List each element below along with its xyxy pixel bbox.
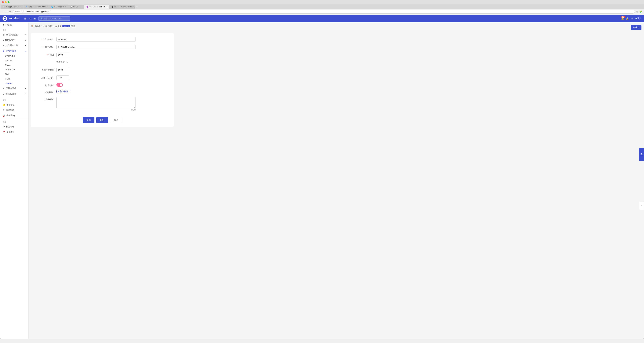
bookmark-icon[interactable]: ☆: [636, 10, 638, 13]
cancel-button[interactable]: 取消: [110, 117, 122, 123]
sidebar-sub-dynamictp[interactable]: DynamicTp: [0, 53, 28, 58]
advanced-settings-label: 高级设置: [56, 61, 65, 64]
breadcrumb-dashboard[interactable]: 仪表盘: [34, 25, 40, 27]
form-label-advanced: [38, 60, 56, 61]
form-input-name: [56, 45, 136, 49]
info-icon-name[interactable]: ℹ: [54, 46, 54, 48]
confirm-button[interactable]: 确定: [96, 117, 108, 123]
sidebar-item-db-monitor[interactable]: ≡ 数据库监控 ▾: [0, 37, 28, 43]
tab-outlook[interactable]: 📧 邮件 - gong tom - Outlook ✕: [24, 4, 49, 9]
address-input[interactable]: [13, 10, 635, 14]
sidebar-item-help-center[interactable]: ❓ 帮助中心: [0, 129, 28, 135]
sidebar-label-app-monitor: 应用服务监控: [6, 33, 18, 36]
add-tag-button[interactable]: + 新增标签: [56, 90, 70, 93]
tab-shenyu[interactable]: 🟣 ShenYu - HertzBeat ✕: [84, 5, 109, 9]
advanced-settings-toggle[interactable]: 高级设置 ⚙: [56, 60, 68, 64]
sidebar-sub-tomcat[interactable]: Tomcat: [0, 58, 28, 63]
notification-badge: 99+: [621, 16, 626, 18]
sidebar-sub-nacos[interactable]: Nacos: [0, 63, 28, 67]
forward-button[interactable]: ›: [5, 10, 7, 13]
browser-tabs: 📰 Blog | HertzBeat ✕ 📧 邮件 - gong tom - O…: [0, 4, 644, 9]
sidebar-item-os-monitor[interactable]: ⊡ 操作系统监控 ▾: [0, 43, 28, 48]
github-icon[interactable]: ⊙: [29, 17, 31, 20]
action-buttons: 测试 确定 取消: [38, 115, 167, 123]
toggle-knob: [60, 83, 62, 86]
form-label-host: * * 监控Host ℹ: [38, 37, 56, 41]
form-input-test-connection: [56, 83, 136, 87]
sidebar-item-custom-monitor[interactable]: ⊙ 自定义监控 ▾: [0, 91, 28, 96]
settings-icon[interactable]: ⚙: [631, 17, 633, 20]
logo-area: HertzBeat: [2, 16, 20, 21]
sidebar-item-tag-mgmt[interactable]: 🏷 标签管理: [0, 124, 28, 129]
info-icon-interval[interactable]: ℹ: [54, 77, 54, 79]
maximize-button[interactable]: [8, 1, 10, 3]
right-panel-settings-button[interactable]: ⚙: [639, 148, 644, 161]
tab-v2ex[interactable]: 💬 V2EX ✕: [68, 5, 84, 9]
close-button[interactable]: [2, 1, 4, 3]
extensions-icon[interactable]: 🧩: [640, 10, 642, 13]
menu-icon[interactable]: ☰: [24, 17, 26, 20]
sidebar-sub-kafka[interactable]: Kafka: [0, 76, 28, 81]
tab-favicon-blog: 📰: [3, 6, 6, 8]
sidebar-item-app-monitor[interactable]: ▦ 应用服务监控 ▾: [0, 32, 28, 37]
info-icon-tag[interactable]: ℹ: [54, 91, 54, 94]
tab-close-blog[interactable]: ✕: [20, 6, 21, 8]
label-text-timeout: 查询超时时间:: [42, 68, 54, 71]
monitor-name-input[interactable]: [56, 45, 136, 49]
label-text-description: 描述备注: [45, 98, 53, 101]
sidebar: ⊞ 仪表盘 监控 ▦ 应用服务监控 ▾ ≡ 数据库监控 ▾ ⊡ 操作系统监控: [0, 22, 28, 339]
sidebar-item-alert-threshold[interactable]: ⚠ 告警阈值: [0, 107, 28, 113]
form-row-interval: 采集间隔(秒) ℹ: [38, 75, 167, 80]
breadcrumb-row: 🏠 仪表盘 / ⊞ 监控列表 / ⊕ 新增 ShenYu 监控 帮助 ?: [31, 25, 642, 30]
app-header: HertzBeat ☰ ⊙ ◉ 🔍 🔔99+ 🔒 ⚙ ↩ 退出: [0, 15, 644, 22]
port-input[interactable]: [56, 52, 69, 57]
tab-translate[interactable]: 🌐 Google 翻译 ✕: [49, 4, 68, 9]
test-button[interactable]: 测试: [83, 117, 94, 123]
tab-close-v2ex[interactable]: ✕: [81, 6, 82, 8]
app-monitor-icon: ▦: [2, 33, 4, 36]
monitor-host-input[interactable]: [56, 37, 136, 42]
breadcrumb-monitor-icon: ⊞: [42, 25, 44, 27]
search-bar[interactable]: 🔍: [38, 16, 70, 20]
notification-icon[interactable]: 🔔99+: [621, 17, 624, 20]
logout-button[interactable]: ↩ 退出: [635, 17, 642, 20]
sidebar-item-cloud-monitor[interactable]: ☁ 云原生监控 ▾: [0, 86, 28, 91]
sidebar-sub-flink[interactable]: Flink: [0, 72, 28, 76]
tab-blog[interactable]: 📰 Blog | HertzBeat ✕: [1, 5, 23, 9]
sidebar-label-dashboard: 仪表盘: [6, 23, 12, 26]
tab-close-translate[interactable]: ✕: [65, 6, 66, 7]
info-icon-description[interactable]: ℹ: [54, 98, 54, 101]
help-label: 帮助: [633, 26, 637, 29]
tag-mgmt-icon: 🏷: [2, 125, 5, 128]
new-tab-button[interactable]: +: [135, 4, 151, 9]
search-input[interactable]: [44, 17, 68, 20]
sidebar-item-alert-center[interactable]: 🔔 告警中心: [0, 102, 28, 107]
breadcrumb-sep2: /: [54, 25, 54, 27]
description-textarea[interactable]: [56, 97, 136, 108]
help-button[interactable]: 帮助 ?: [631, 25, 642, 30]
info-icon-test-connection[interactable]: ℹ: [54, 84, 54, 87]
sidebar-label-db-monitor: 数据库监控: [5, 39, 15, 41]
sidebar-sub-zookeeper[interactable]: Zookeeper: [0, 67, 28, 72]
back-button[interactable]: ‹: [2, 10, 4, 13]
test-connection-toggle[interactable]: [56, 83, 63, 87]
minimize-button[interactable]: [5, 1, 7, 3]
alert-center-icon: 🔔: [2, 104, 5, 106]
form-row-timeout: 查询超时时间:: [38, 68, 167, 72]
reload-button[interactable]: ↺: [8, 10, 12, 13]
right-panel-edit-button[interactable]: ✎: [639, 202, 644, 210]
info-icon-host[interactable]: ℹ: [54, 38, 54, 40]
sidebar-sub-shenyu[interactable]: ShenYu: [0, 81, 28, 86]
lock-icon[interactable]: 🔒: [626, 17, 629, 20]
chat-icon[interactable]: ◉: [34, 17, 36, 20]
breadcrumb-home-icon: 🏠: [31, 25, 34, 27]
sidebar-item-dashboard[interactable]: ⊞ 仪表盘: [0, 22, 28, 28]
interval-input[interactable]: [56, 75, 69, 80]
tab-close-shenyu[interactable]: ✕: [106, 6, 107, 8]
sidebar-item-middleware-monitor[interactable]: ⊞ 中间件监控 ▴: [0, 48, 28, 53]
sidebar-item-alert-notify[interactable]: 📢 告警通知: [0, 113, 28, 118]
breadcrumb-monitor-list[interactable]: 监控列表: [45, 25, 52, 27]
form-row-port: * * 端口:: [38, 52, 167, 57]
tab-issues[interactable]: ⚫ Issues · dromara/hertzbeat ✕: [109, 5, 135, 9]
timeout-input[interactable]: [56, 68, 69, 72]
